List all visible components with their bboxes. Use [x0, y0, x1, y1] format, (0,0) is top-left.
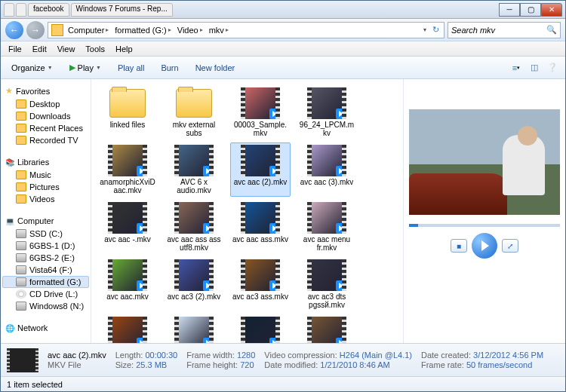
menu-view[interactable]: View	[53, 43, 80, 55]
file-item[interactable]: avc aac.mkv	[97, 257, 158, 311]
file-item[interactable]: avc acsx2 tests2.mkv	[164, 314, 224, 343]
details-filetype: MKV File	[48, 360, 106, 369]
file-label: avc aac -.mkv	[104, 235, 151, 243]
nav-comp-item[interactable]: formatted (G:)	[2, 276, 89, 288]
file-label: avc aac (3).mkv	[300, 178, 354, 186]
menu-tools[interactable]: Tools	[81, 43, 109, 55]
file-item[interactable]: avc ac3 (2).mkv	[164, 257, 224, 311]
nav-computer[interactable]: Computer	[2, 214, 89, 228]
nav-comp-item[interactable]: 6GBS-1 (D:)	[2, 240, 89, 252]
drive-icon	[16, 229, 26, 238]
crumb-computer[interactable]: Computer▸	[65, 26, 112, 35]
folder-icon	[16, 170, 26, 179]
status-bar: 1 item selected	[1, 376, 565, 391]
menu-edit[interactable]: Edit	[28, 43, 51, 55]
seek-bar[interactable]	[409, 224, 560, 227]
nav-fav-item[interactable]: Recorded TV	[2, 134, 89, 146]
maximize-button[interactable]: ▢	[520, 3, 541, 17]
nav-fav-item[interactable]: Desktop	[2, 98, 89, 110]
play-button[interactable]: ▶Play▼	[65, 60, 106, 75]
play-all-button[interactable]: Play all	[113, 61, 149, 75]
new-folder-button[interactable]: New folder	[191, 61, 240, 75]
file-item[interactable]: 00003_Sample.mkv	[230, 85, 291, 139]
file-item[interactable]: avc dts utf8 (2).mkv	[297, 314, 357, 343]
nav-comp-item[interactable]: SSD (C:)	[2, 228, 89, 240]
file-item[interactable]: anamorphicXviD aac.mkv	[97, 142, 158, 197]
nav-fav-item[interactable]: Downloads	[2, 110, 89, 122]
file-label: 96_24_LPCM.mkv	[299, 121, 355, 137]
drive-icon	[16, 302, 26, 311]
nav-lib-item[interactable]: Pictures	[2, 181, 89, 193]
nav-comp-item[interactable]: Windows8 (N:)	[2, 300, 89, 312]
file-item[interactable]: avc aac ass.mkv	[230, 200, 291, 254]
search-box[interactable]: Search mkv 🔍	[448, 22, 561, 38]
file-item[interactable]: avc DTS MA.mkv	[230, 314, 291, 343]
drive-icon	[16, 253, 26, 262]
crumb-drive[interactable]: formatted (G:)▸	[112, 26, 174, 35]
file-item[interactable]: avc ac3 dts pgssй.mkv	[297, 257, 357, 311]
file-label: 00003_Sample.mkv	[232, 121, 288, 137]
details-pane: avc aac (2).mkv MKV File Length: 00:00:3…	[1, 343, 565, 376]
nav-comp-item[interactable]: CD Drive (L:)	[2, 288, 89, 300]
browser-tab[interactable]: facebook	[28, 3, 69, 17]
nav-lib-item[interactable]: Videos	[2, 193, 89, 205]
nav-lib-item[interactable]: Music	[2, 169, 89, 181]
close-button[interactable]: ✕	[541, 3, 562, 17]
body: FavoritesDesktopDownloadsRecent PlacesRe…	[1, 79, 565, 343]
file-item[interactable]: 96_24_LPCM.mkv	[297, 85, 357, 139]
browser-tab[interactable]	[16, 3, 26, 17]
help-button[interactable]: ❔	[546, 62, 559, 74]
disc-icon	[16, 289, 26, 299]
preview-image	[409, 109, 560, 215]
fullscreen-button[interactable]: ⤢	[502, 239, 518, 253]
nav-comp-item[interactable]: Vista64 (F:)	[2, 264, 89, 276]
stop-button[interactable]: ■	[451, 239, 467, 253]
back-button[interactable]: ←	[5, 21, 23, 39]
crumb-video[interactable]: Video▸	[174, 26, 206, 35]
toolbar: Organize▼ ▶Play▼ Play all Burn New folde…	[1, 57, 565, 79]
drive-icon	[16, 265, 26, 274]
file-list[interactable]: linked filesmkv external subs00003_Sampl…	[91, 79, 403, 343]
address-bar[interactable]: Computer▸ formatted (G:)▸ Video▸ mkv▸ ▾ …	[48, 22, 444, 38]
preview-pane-button[interactable]: ◫	[528, 62, 541, 74]
menu-help[interactable]: Help	[111, 43, 137, 55]
minimize-button[interactable]: ─	[499, 3, 520, 17]
file-item[interactable]: mkv external subs	[164, 85, 224, 139]
browser-tab[interactable]: Windows 7 Forums - Rep...	[71, 3, 173, 17]
burn-button[interactable]: Burn	[156, 61, 183, 75]
browser-tabs: facebookWindows 7 Forums - Rep...	[4, 3, 499, 17]
nav-network[interactable]: Network	[2, 321, 89, 335]
view-button[interactable]: ≡▾	[509, 62, 523, 74]
organize-button[interactable]: Organize▼	[7, 61, 57, 75]
file-item[interactable]: avc aac menu fr.mkv	[297, 200, 357, 254]
nav-comp-item[interactable]: 6GBS-2 (E:)	[2, 252, 89, 264]
browser-tab[interactable]	[4, 3, 14, 17]
details-thumbnail	[7, 348, 38, 372]
file-label: linked files	[110, 121, 146, 129]
file-item[interactable]: avc aac (2).mkv	[230, 142, 291, 197]
nav-libraries[interactable]: Libraries	[2, 155, 89, 169]
chevron-down-icon[interactable]: ▾	[420, 26, 429, 33]
file-label: avc aac.mkv	[106, 292, 149, 301]
file-label: avc aac ass ass utf8.mkv	[166, 235, 222, 252]
file-item[interactable]: AVC 6 x audio.mkv	[164, 142, 224, 197]
nav-favorites[interactable]: Favorites	[2, 84, 89, 98]
menu-file[interactable]: File	[4, 43, 26, 55]
file-item[interactable]: avc aac ass ass utf8.mkv	[164, 200, 224, 254]
explorer-window: facebookWindows 7 Forums - Rep... ─ ▢ ✕ …	[0, 0, 566, 392]
forward-button[interactable]: →	[26, 21, 45, 39]
file-item[interactable]: avc aac -.mkv	[97, 200, 158, 254]
file-label: avc aac menu fr.mkv	[299, 235, 355, 252]
file-label: avc aac ass.mkv	[232, 235, 288, 243]
file-item[interactable]: avc ac3.mkv	[97, 314, 158, 343]
crumb-mkv[interactable]: mkv▸	[206, 26, 232, 35]
file-item[interactable]: avc aac (3).mkv	[297, 142, 357, 197]
file-item[interactable]: avc ac3 ass.mkv	[230, 257, 291, 311]
refresh-icon[interactable]: ↻	[429, 25, 442, 35]
preview-play-button[interactable]	[472, 233, 497, 259]
file-item[interactable]: linked files	[97, 85, 158, 139]
folder-icon	[16, 100, 26, 109]
folder-icon	[16, 124, 26, 133]
nav-fav-item[interactable]: Recent Places	[2, 122, 89, 134]
search-icon: 🔍	[546, 25, 557, 35]
